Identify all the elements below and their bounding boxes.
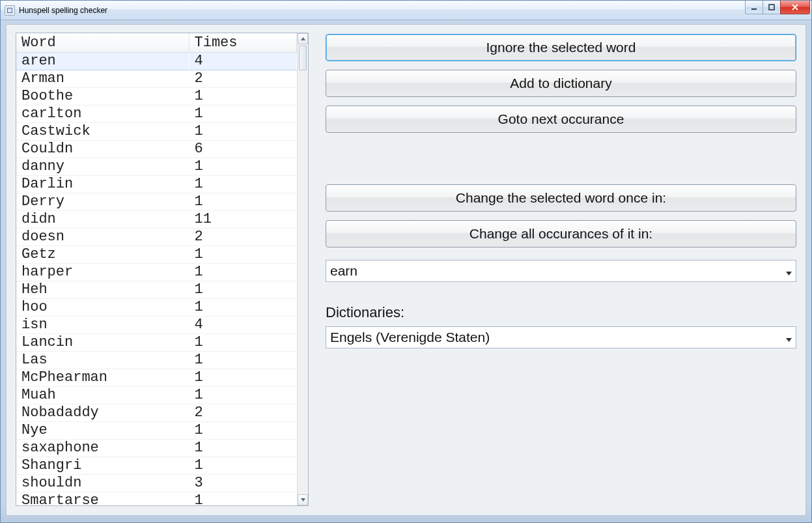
- cell-times: 1: [189, 193, 297, 211]
- cell-word: Heh: [16, 281, 189, 299]
- goto-next-button[interactable]: Goto next occurance: [326, 106, 796, 133]
- cell-word: Nobadaddy: [16, 404, 189, 422]
- table-row[interactable]: McPhearman1: [16, 369, 297, 387]
- maximize-button[interactable]: [763, 1, 781, 14]
- cell-times: 1: [189, 123, 297, 141]
- table-row[interactable]: aren4: [16, 53, 297, 70]
- cell-word: Arman: [16, 70, 189, 88]
- table-row[interactable]: Arman2: [16, 70, 297, 88]
- table-row[interactable]: Muah1: [16, 387, 297, 404]
- table-row[interactable]: doesn2: [16, 229, 297, 246]
- cell-word: Boothe: [16, 88, 189, 106]
- table-row[interactable]: Heh1: [16, 281, 297, 299]
- cell-word: harper: [16, 264, 189, 281]
- column-header-times[interactable]: Times: [189, 33, 297, 53]
- spacer: [326, 141, 796, 184]
- cell-word: hoo: [16, 299, 189, 317]
- cell-times: 1: [189, 334, 297, 352]
- cell-times: 1: [189, 492, 297, 506]
- cell-times: 1: [189, 299, 297, 317]
- cell-times: 1: [189, 106, 297, 123]
- cell-times: 1: [189, 422, 297, 440]
- minimize-button[interactable]: [745, 1, 763, 14]
- chevron-down-icon: [786, 263, 792, 279]
- titlebar[interactable]: Hunspell spelling checker: [1, 1, 811, 20]
- scroll-up-button[interactable]: [298, 33, 308, 44]
- table-row[interactable]: Las1: [16, 352, 297, 369]
- cell-word: Getz: [16, 246, 189, 264]
- column-header-word[interactable]: Word: [16, 33, 189, 53]
- cell-word: doesn: [16, 229, 189, 246]
- cell-word: aren: [16, 53, 189, 70]
- change-all-button[interactable]: Change all occurances of it in:: [326, 220, 796, 247]
- table-row[interactable]: hoo1: [16, 299, 297, 317]
- app-window: Hunspell spelling checker Word: [0, 0, 812, 523]
- vertical-scrollbar[interactable]: [297, 33, 308, 505]
- table-row[interactable]: Nye1: [16, 422, 297, 440]
- window-buttons: [746, 1, 810, 14]
- table-row[interactable]: Castwick1: [16, 123, 297, 141]
- add-dictionary-button[interactable]: Add to dictionary: [326, 70, 796, 97]
- svg-rect-3: [769, 5, 774, 10]
- cell-times: 2: [189, 70, 297, 88]
- cell-word: Muah: [16, 387, 189, 404]
- table-row[interactable]: shouldn3: [16, 475, 297, 492]
- scroll-thumb[interactable]: [299, 46, 307, 70]
- cell-word: saxaphone: [16, 440, 189, 457]
- cell-times: 4: [189, 53, 297, 70]
- close-button[interactable]: [780, 1, 810, 14]
- svg-rect-2: [751, 8, 757, 10]
- cell-times: 4: [189, 317, 297, 334]
- cell-word: Derry: [16, 193, 189, 211]
- cell-times: 1: [189, 158, 297, 176]
- word-table[interactable]: Word Times aren4Arman2Boothe1carlton1Cas…: [16, 33, 297, 505]
- cell-word: shouldn: [16, 475, 189, 492]
- cell-word: Darlin: [16, 176, 189, 193]
- cell-word: McPhearman: [16, 369, 189, 387]
- cell-times: 1: [189, 264, 297, 281]
- cell-word: carlton: [16, 106, 189, 123]
- cell-word: Las: [16, 352, 189, 369]
- word-table-scroll[interactable]: Word Times aren4Arman2Boothe1carlton1Cas…: [16, 33, 297, 505]
- dictionaries-combo[interactable]: Engels (Verenigde Staten): [326, 326, 796, 348]
- table-row[interactable]: danny1: [16, 158, 297, 176]
- table-row[interactable]: Smartarse1: [16, 492, 297, 506]
- cell-times: 1: [189, 457, 297, 475]
- table-row[interactable]: Nobadaddy2: [16, 404, 297, 422]
- cell-times: 1: [189, 246, 297, 264]
- table-row[interactable]: Shangri1: [16, 457, 297, 475]
- cell-word: isn: [16, 317, 189, 334]
- chevron-down-icon: [786, 330, 792, 345]
- cell-word: didn: [16, 211, 189, 229]
- table-row[interactable]: isn4: [16, 317, 297, 334]
- table-row[interactable]: carlton1: [16, 106, 297, 123]
- dictionaries-value: Engels (Verenigde Staten): [330, 330, 490, 345]
- table-row[interactable]: didn11: [16, 211, 297, 229]
- dictionaries-label: Dictionaries:: [326, 304, 796, 321]
- suggestion-value: earn: [330, 263, 357, 279]
- table-row[interactable]: harper1: [16, 264, 297, 281]
- suggestion-combo[interactable]: earn: [326, 260, 796, 282]
- cell-times: 1: [189, 387, 297, 404]
- ignore-button[interactable]: Ignore the selected word: [326, 34, 796, 61]
- cell-times: 1: [189, 440, 297, 457]
- change-once-button[interactable]: Change the selected word once in:: [326, 184, 796, 212]
- table-row[interactable]: Darlin1: [16, 176, 297, 193]
- table-row[interactable]: Lancin1: [16, 334, 297, 352]
- cell-word: danny: [16, 158, 189, 176]
- svg-rect-1: [8, 8, 12, 12]
- cell-times: 1: [189, 88, 297, 106]
- window-title: Hunspell spelling checker: [19, 6, 746, 15]
- table-row[interactable]: Boothe1: [16, 88, 297, 106]
- cell-word: Smartarse: [16, 492, 189, 506]
- cell-word: Couldn: [16, 141, 189, 158]
- cell-times: 1: [189, 176, 297, 193]
- table-row[interactable]: Derry1: [16, 193, 297, 211]
- table-row[interactable]: Couldn6: [16, 141, 297, 158]
- actions-panel: Ignore the selected word Add to dictiona…: [326, 33, 796, 506]
- cell-word: Shangri: [16, 457, 189, 475]
- table-row[interactable]: saxaphone1: [16, 440, 297, 457]
- scroll-track[interactable]: [298, 44, 308, 494]
- scroll-down-button[interactable]: [298, 494, 308, 505]
- table-row[interactable]: Getz1: [16, 246, 297, 264]
